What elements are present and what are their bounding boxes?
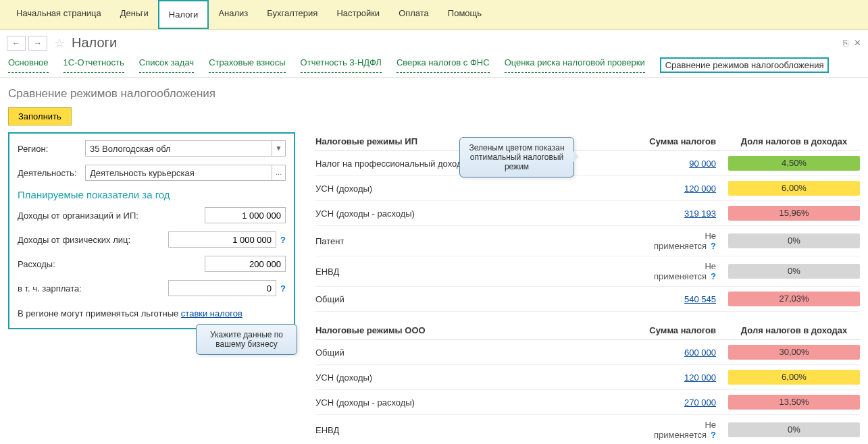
sum-link[interactable]: 319 193 bbox=[684, 209, 716, 219]
planned-header: Планируемые показатели за год bbox=[18, 189, 286, 200]
chevron-down-icon[interactable]: ▼ bbox=[272, 141, 285, 156]
activity-select[interactable]: Деятельность курьерская … bbox=[85, 165, 286, 181]
ip-header-row: Налоговые режимы ИП Сумма налогов Доля н… bbox=[315, 132, 860, 151]
subnav-item[interactable]: Сравнение режимов налогообложения bbox=[660, 57, 829, 73]
sum-link[interactable]: 90 000 bbox=[689, 159, 716, 169]
income-ind-input[interactable] bbox=[168, 231, 276, 248]
close-icon[interactable]: ✕ bbox=[854, 38, 861, 48]
subnav-item[interactable]: 1С-Отчетность bbox=[63, 57, 124, 73]
top-navigation: Начальная страницаДеньгиНалогиАнализБухг… bbox=[0, 0, 868, 30]
topnav-item[interactable]: Анализ bbox=[209, 0, 257, 29]
income-ind-label: Доходы от физических лиц: bbox=[18, 235, 146, 245]
help-icon[interactable]: ? bbox=[711, 430, 716, 440]
regime-row: ПатентНе применяется?0% bbox=[315, 226, 860, 256]
page-title: Налоги bbox=[72, 35, 117, 51]
topnav-item[interactable]: Начальная страница bbox=[7, 0, 111, 29]
regime-sum: 120 000 bbox=[640, 184, 728, 194]
region-footnote: В регионе могут применяться льготные ста… bbox=[18, 308, 286, 318]
input-panel: Регион: 35 Вологодская обл ▼ Деятельност… bbox=[8, 132, 295, 329]
subnav-item[interactable]: Отчетность 3-НДФЛ bbox=[301, 57, 382, 73]
fill-button[interactable]: Заполнить bbox=[8, 107, 72, 126]
topnav-item[interactable]: Деньги bbox=[111, 0, 158, 29]
regime-row: УСН (доходы - расходы)270 00013,50% bbox=[315, 390, 860, 415]
region-value: 35 Вологодская обл bbox=[86, 144, 272, 154]
salary-label: в т. ч. зарплата: bbox=[18, 283, 146, 294]
income-org-label: Доходы от организаций и ИП: bbox=[18, 211, 146, 221]
region-select[interactable]: 35 Вологодская обл ▼ bbox=[85, 140, 286, 157]
forward-button[interactable]: → bbox=[28, 36, 47, 51]
back-button[interactable]: ← bbox=[7, 36, 26, 51]
col-share-header: Доля налогов в доходах bbox=[728, 136, 860, 146]
regime-sum: Не применяется? bbox=[640, 420, 728, 440]
share-bar: 13,50% bbox=[728, 395, 860, 410]
topnav-item[interactable]: Помощь bbox=[438, 0, 491, 29]
subnav-item[interactable]: Основное bbox=[8, 57, 49, 73]
regime-name: УСН (доходы - расходы) bbox=[315, 397, 640, 408]
help-icon[interactable]: ? bbox=[711, 271, 716, 281]
subnav-item[interactable]: Сверка налогов с ФНС bbox=[397, 57, 490, 73]
topnav-item[interactable]: Оплата bbox=[389, 0, 438, 29]
rates-link[interactable]: ставки налогов bbox=[181, 308, 242, 318]
subnav-item[interactable]: Список задач bbox=[139, 57, 194, 73]
region-label: Регион: bbox=[18, 144, 85, 154]
callout-input-hint: Укажите данные по вашему бизнесу bbox=[196, 324, 297, 355]
share-bar: 0% bbox=[728, 233, 860, 248]
subnav-item[interactable]: Оценка риска налоговой проверки bbox=[505, 57, 645, 73]
expenses-label: Расходы: bbox=[18, 259, 146, 269]
topnav-item[interactable]: Настройки bbox=[327, 0, 389, 29]
callout-green-hint: Зеленым цветом показан оптимальный налог… bbox=[459, 137, 574, 177]
sum-link[interactable]: 120 000 bbox=[684, 184, 716, 194]
regime-name: УСН (доходы - расходы) bbox=[315, 209, 640, 219]
regime-sum: Не применяется? bbox=[640, 231, 728, 251]
regime-name: ЕНВД bbox=[315, 425, 640, 435]
ooo-header: Налоговые режимы ООО bbox=[315, 325, 640, 335]
activity-label: Деятельность: bbox=[18, 168, 85, 178]
topnav-item[interactable]: Налоги bbox=[158, 0, 209, 29]
col-share-header: Доля налогов в доходах bbox=[728, 325, 860, 335]
regime-row: Общий600 00030,00% bbox=[315, 340, 860, 365]
share-bar: 4,50% bbox=[728, 156, 860, 171]
sum-link[interactable]: 540 545 bbox=[684, 294, 716, 304]
share-bar: 15,96% bbox=[728, 206, 860, 221]
col-sum-header: Сумма налогов bbox=[640, 136, 728, 146]
link-icon[interactable]: ⎘ bbox=[843, 38, 848, 48]
help-icon[interactable]: ? bbox=[711, 241, 716, 251]
regime-row: УСН (доходы)120 0006,00% bbox=[315, 176, 860, 201]
share-bar: 0% bbox=[728, 264, 860, 279]
activity-value: Деятельность курьерская bbox=[86, 168, 272, 178]
sum-link[interactable]: 270 000 bbox=[684, 397, 716, 408]
help-icon[interactable]: ? bbox=[280, 235, 286, 245]
share-bar: 6,00% bbox=[728, 370, 860, 385]
regime-sum: Не применяется? bbox=[640, 261, 728, 281]
regime-sum: 600 000 bbox=[640, 348, 728, 358]
regime-sum: 120 000 bbox=[640, 372, 728, 383]
salary-input[interactable] bbox=[168, 280, 276, 296]
sum-link[interactable]: 600 000 bbox=[684, 348, 716, 358]
regime-name: Общий bbox=[315, 348, 640, 358]
section-title: Сравнение режимов налогообложения bbox=[8, 87, 860, 101]
regime-name: УСН (доходы) bbox=[315, 184, 640, 194]
regime-row: УСН (доходы - расходы)319 19315,96% bbox=[315, 201, 860, 226]
share-bar: 0% bbox=[728, 422, 860, 437]
share-bar: 27,03% bbox=[728, 292, 860, 306]
regimes-panel: Налоговые режимы ИП Сумма налогов Доля н… bbox=[315, 132, 860, 444]
share-bar: 6,00% bbox=[728, 181, 860, 196]
regime-sum: 319 193 bbox=[640, 209, 728, 219]
subnav-item[interactable]: Страховые взносы bbox=[209, 57, 285, 73]
regime-row: УСН (доходы)120 0006,00% bbox=[315, 365, 860, 390]
regime-name: УСН (доходы) bbox=[315, 372, 640, 383]
topnav-item[interactable]: Бухгалтерия bbox=[257, 0, 327, 29]
regime-name: Общий bbox=[315, 294, 640, 304]
regime-sum: 270 000 bbox=[640, 397, 728, 408]
regime-name: Патент bbox=[315, 236, 640, 246]
income-org-input[interactable] bbox=[205, 207, 286, 223]
favorite-icon[interactable]: ☆ bbox=[54, 36, 65, 51]
sub-navigation: Основное1С-ОтчетностьСписок задачСтрахов… bbox=[0, 53, 868, 78]
help-icon[interactable]: ? bbox=[280, 283, 286, 294]
regime-row: Налог на профессиональный доход ("самоза… bbox=[315, 151, 860, 176]
sum-link[interactable]: 120 000 bbox=[684, 372, 716, 383]
col-sum-header: Сумма налогов bbox=[640, 325, 728, 335]
ellipsis-icon[interactable]: … bbox=[272, 165, 285, 180]
expenses-input[interactable] bbox=[205, 256, 286, 272]
ooo-header-row: Налоговые режимы ООО Сумма налогов Доля … bbox=[315, 321, 860, 340]
